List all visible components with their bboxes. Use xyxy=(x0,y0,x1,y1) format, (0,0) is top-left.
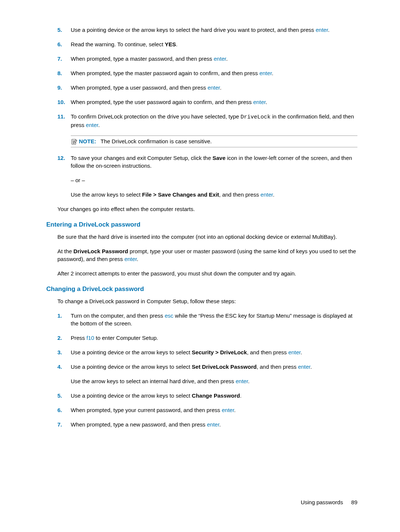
step-body: Use a pointing device or the arrow keys … xyxy=(71,392,357,399)
note-box: NOTE: The DriveLock confirmation is case… xyxy=(71,135,357,147)
list-item: 7.When prompted, type a new password, an… xyxy=(57,421,357,428)
enter-p3: After 2 incorrect attempts to enter the … xyxy=(57,270,357,277)
list-item: 9.When prompted, type a user password, a… xyxy=(57,84,357,91)
footer-page: 89 xyxy=(351,499,357,505)
step-body: When prompted, type the user password ag… xyxy=(71,98,357,106)
steps-top-list: 5.Use a pointing device or the arrow key… xyxy=(57,26,357,129)
key-text: enter xyxy=(207,84,220,91)
list-item: 5.Use a pointing device or the arrow key… xyxy=(57,392,357,399)
step-body: Turn on the computer, and then press esc… xyxy=(71,312,357,327)
step-number: 3. xyxy=(57,348,71,356)
list-item: 5.Use a pointing device or the arrow key… xyxy=(57,26,357,34)
step-number: 6. xyxy=(57,406,71,414)
steps-change-list: 1.Turn on the computer, and then press e… xyxy=(57,312,357,428)
bold-text: Security > DriveLock xyxy=(192,349,247,355)
key-text: f10 xyxy=(87,335,94,341)
step-number: 7. xyxy=(57,421,71,428)
step-body: Use a pointing device or the arrow keys … xyxy=(71,26,357,34)
step-body: Read the warning. To continue, select YE… xyxy=(71,40,357,48)
key-text: esc xyxy=(165,312,173,319)
step-body: When prompted, type your current passwor… xyxy=(71,406,357,414)
change-intro: To change a DriveLock password in Comput… xyxy=(57,297,357,305)
key-text: enter xyxy=(86,122,98,128)
step-body: Press f10 to enter Computer Setup. xyxy=(71,334,357,342)
list-item: 6.When prompted, type your current passw… xyxy=(57,406,357,414)
key-text: enter xyxy=(222,407,234,413)
step-number: 1. xyxy=(57,312,71,327)
step-body: To confirm DriveLock protection on the d… xyxy=(71,113,357,129)
section-title-changing: Changing a DriveLock password xyxy=(46,285,357,293)
footer-text: Using passwords xyxy=(301,499,343,505)
bold-text: YES xyxy=(165,41,176,47)
key-text: enter xyxy=(298,364,310,370)
step-number: 9. xyxy=(57,84,71,91)
list-item: 1.Turn on the computer, and then press e… xyxy=(57,312,357,327)
bold-text: Save xyxy=(213,155,226,161)
step-12-body: To save your changes and exit Computer S… xyxy=(71,154,357,170)
key-text: enter xyxy=(316,27,328,33)
step-number: 2. xyxy=(57,334,71,342)
bold-text: File > Save Changes and Exit xyxy=(142,191,219,198)
step-body: Use a pointing device or the arrow keys … xyxy=(71,363,357,371)
mono-text: DriveLock xyxy=(241,114,271,120)
note-text: The DriveLock confirmation is case sensi… xyxy=(101,138,212,144)
step-number: 11. xyxy=(57,113,71,129)
step-number: 5. xyxy=(57,26,71,34)
step-number: 8. xyxy=(57,69,71,77)
step-number: 4. xyxy=(57,363,71,371)
list-item: 2.Press f10 to enter Computer Setup. xyxy=(57,334,357,342)
restart-text: Your changes go into effect when the com… xyxy=(57,205,357,213)
list-item: 4.Use a pointing device or the arrow key… xyxy=(57,363,357,371)
key-text: enter xyxy=(253,99,266,105)
step-12-list: 12. To save your changes and exit Comput… xyxy=(57,154,357,170)
list-item: 7.When prompted, type a master password,… xyxy=(57,55,357,63)
note-icon xyxy=(71,138,77,145)
step-number: 7. xyxy=(57,55,71,63)
key-text: enter xyxy=(124,256,137,262)
list-item: 3.Use a pointing device or the arrow key… xyxy=(57,348,357,356)
list-item: 10.When prompted, type the user password… xyxy=(57,98,357,106)
key-text: enter xyxy=(207,421,219,428)
step-12-alt: Use the arrow keys to select File > Save… xyxy=(71,191,357,198)
enter-p2: At the DriveLock Password prompt, type y… xyxy=(57,247,357,263)
list-item: 6.Read the warning. To continue, select … xyxy=(57,40,357,48)
step-body: When prompted, type a new password, and … xyxy=(71,421,357,428)
step-body: When prompted, type a master password, a… xyxy=(71,55,357,63)
key-text: enter xyxy=(260,191,273,198)
enter-p1: Be sure that the hard drive is inserted … xyxy=(57,233,357,241)
key-text: enter xyxy=(259,70,271,76)
bold-text: Set DriveLock Password xyxy=(192,364,257,370)
step-body: Use a pointing device or the arrow keys … xyxy=(71,348,357,356)
step-body: When prompted, type the master password … xyxy=(71,69,357,77)
step-number: 6. xyxy=(57,40,71,48)
list-item: 8.When prompted, type the master passwor… xyxy=(57,69,357,77)
step-sub: Use the arrow keys to select an internal… xyxy=(71,377,357,385)
step-body: When prompted, type a user password, and… xyxy=(71,84,357,91)
bold-text: DriveLock Password xyxy=(73,248,128,254)
key-text: enter xyxy=(214,56,226,62)
key-text: enter xyxy=(288,349,300,355)
note-label: NOTE: xyxy=(79,138,96,144)
list-item: 11.To confirm DriveLock protection on th… xyxy=(57,113,357,129)
step-number: 5. xyxy=(57,392,71,399)
page-footer: Using passwords 89 xyxy=(301,499,357,505)
step-number: 12. xyxy=(57,154,71,170)
step-number: 10. xyxy=(57,98,71,106)
or-text: – or – xyxy=(71,176,357,184)
section-title-entering: Entering a DriveLock password xyxy=(46,221,357,228)
key-text: enter xyxy=(236,378,248,384)
bold-text: Change Password xyxy=(192,392,240,399)
